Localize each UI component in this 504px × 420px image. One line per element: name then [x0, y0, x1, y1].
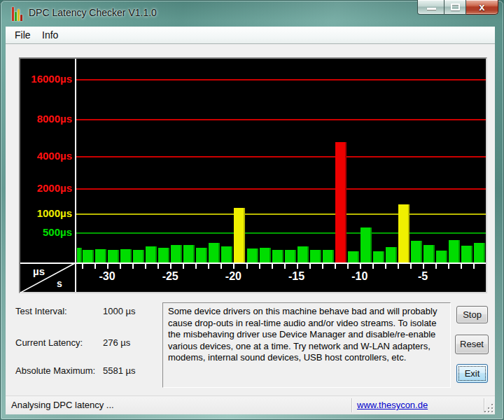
resize-grip[interactable]	[484, 403, 493, 412]
latency-bar	[310, 250, 321, 262]
latency-bar	[260, 248, 271, 262]
latency-bar	[298, 246, 309, 262]
status-text: Analysing DPC latency ...	[11, 400, 114, 410]
x-axis-tick	[284, 264, 286, 269]
x-axis-label: -30	[86, 270, 128, 283]
menu-file[interactable]: File	[10, 29, 36, 42]
gridline-1000	[76, 214, 486, 215]
latency-bar	[146, 246, 157, 262]
menu-info[interactable]: Info	[37, 29, 63, 42]
latency-bar	[221, 246, 232, 262]
x-axis-baseline	[20, 262, 486, 264]
reset-button[interactable]: Reset	[455, 335, 489, 354]
latency-bar	[335, 142, 346, 262]
x-axis-tick	[360, 264, 361, 269]
maximize-icon	[451, 4, 460, 10]
x-axis-tick	[82, 264, 83, 269]
latency-bar	[449, 240, 460, 262]
latency-chart: µs s 16000µs8000µs4000µs2000µs1000µs500µ…	[19, 57, 487, 293]
x-axis-tick	[94, 264, 96, 269]
statusbar-divider	[351, 398, 353, 412]
x-axis-tick	[297, 264, 298, 269]
x-axis-tick	[448, 264, 449, 269]
y-axis-label: 1000µs	[20, 207, 72, 219]
x-axis-label: -20	[212, 270, 254, 283]
maximize-button[interactable]	[444, 0, 466, 15]
client-area: File Info µs s 16000µs8000µs4000µs2000µs…	[6, 27, 495, 414]
x-axis-tick	[385, 264, 386, 269]
latency-bar	[360, 227, 372, 262]
diagnosis-text-box: Some device drivers on this machine beha…	[162, 302, 451, 388]
chart-plot-area: µs s 16000µs8000µs4000µs2000µs1000µs500µ…	[20, 59, 486, 292]
gridline-16000	[76, 79, 486, 80]
y-axis-label: 2000µs	[20, 182, 72, 194]
stat-current-latency-value: 276 µs	[103, 337, 130, 348]
latency-bar	[171, 245, 182, 262]
title-bar[interactable]: DPC Latency Checker V1.1.0 x	[0, 0, 504, 27]
exit-button[interactable]: Exit	[456, 364, 488, 383]
stat-absolute-maximum-label: Absolute Maximum:	[15, 365, 95, 376]
latency-bar	[95, 249, 106, 262]
latency-bar	[398, 204, 410, 262]
minimize-button[interactable]	[417, 0, 444, 15]
stop-button[interactable]: Stop	[456, 306, 488, 323]
x-axis-tick	[423, 264, 424, 269]
latency-bar	[247, 248, 258, 262]
latency-bar	[323, 250, 334, 262]
axis-corner-diagonal	[20, 262, 76, 293]
x-axis-tick	[220, 264, 222, 269]
latency-bar	[196, 248, 207, 262]
x-axis-tick	[461, 264, 462, 269]
gridline-2000	[76, 188, 486, 190]
y-axis-label: 4000µs	[20, 150, 72, 162]
gridline-500	[76, 232, 486, 234]
x-axis-tick	[272, 264, 273, 269]
x-axis-tick	[158, 264, 159, 269]
app-window: DPC Latency Checker V1.1.0 x File Info µ…	[0, 0, 504, 420]
x-axis-tick	[208, 264, 209, 269]
x-axis-label: -5	[402, 270, 444, 283]
x-axis-tick	[233, 264, 234, 269]
status-bar: Analysing DPC latency ... www.thesycon.d…	[6, 396, 495, 414]
latency-bar	[285, 250, 296, 262]
latency-bar	[234, 208, 245, 262]
x-axis-label: -10	[339, 270, 381, 283]
x-axis-tick	[322, 264, 323, 269]
latency-bar	[108, 250, 119, 262]
latency-bar	[83, 250, 94, 262]
y-unit-label: µs	[33, 265, 45, 277]
x-axis-tick	[435, 264, 437, 269]
latency-bar	[209, 243, 220, 262]
x-axis-label: -15	[276, 270, 318, 283]
x-axis-tick	[120, 264, 121, 269]
thesycon-link[interactable]: www.thesycon.de	[357, 400, 428, 410]
latency-bar	[120, 249, 132, 262]
x-axis-label: -25	[149, 270, 191, 283]
latency-bar	[411, 241, 422, 262]
x-axis-tick	[309, 264, 311, 269]
latency-bar	[348, 251, 359, 262]
stat-test-interval-value: 1000 µs	[103, 306, 136, 316]
gridline-4000	[76, 156, 486, 158]
latency-bar	[133, 250, 144, 262]
x-axis-tick	[183, 264, 184, 269]
x-axis-tick	[335, 264, 336, 269]
latency-bar	[461, 246, 472, 262]
close-button[interactable]: x	[466, 0, 498, 15]
x-axis-tick	[473, 264, 475, 269]
x-axis-tick	[410, 264, 412, 269]
x-axis-tick	[195, 264, 197, 269]
stat-absolute-maximum-value: 5581 µs	[103, 365, 136, 376]
x-axis-tick	[246, 264, 248, 269]
latency-bar	[272, 250, 284, 262]
menu-bar: File Info	[6, 27, 495, 44]
window-controls: x	[417, 0, 498, 15]
x-axis-tick	[259, 264, 260, 269]
latency-bar	[158, 248, 169, 262]
x-axis-tick	[107, 264, 108, 269]
x-axis-tick	[372, 264, 374, 269]
y-axis-label: 16000µs	[20, 73, 72, 85]
minimize-icon	[427, 8, 436, 10]
y-axis-label: 500µs	[20, 226, 72, 238]
latency-bar	[77, 248, 82, 262]
